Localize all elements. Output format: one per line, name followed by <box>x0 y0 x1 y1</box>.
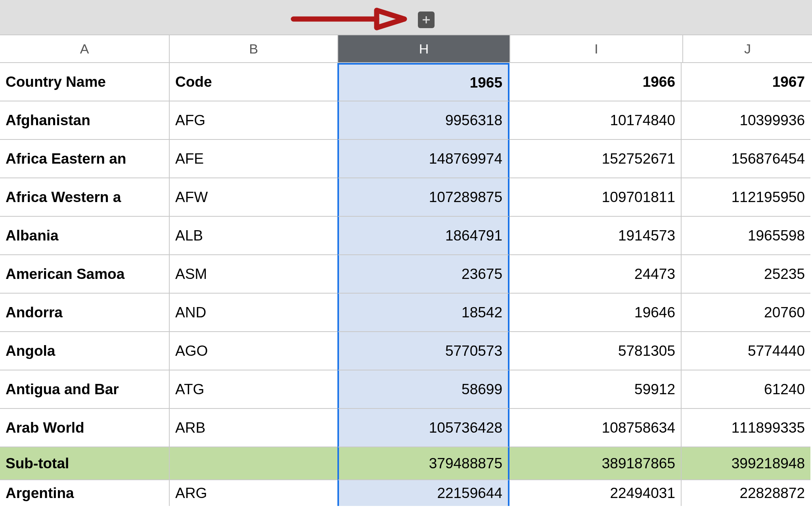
column-header-b[interactable]: B <box>169 35 337 63</box>
header-1966[interactable]: 1966 <box>508 63 681 101</box>
cell-1966[interactable]: 59912 <box>508 370 681 409</box>
cell-country[interactable]: Argentina <box>0 480 169 506</box>
plus-icon <box>422 16 430 24</box>
cell-1966[interactable]: 109701811 <box>508 178 681 217</box>
cell-1967[interactable]: 5774440 <box>681 332 810 370</box>
cell-country[interactable]: Africa Western a <box>0 178 169 217</box>
svg-rect-1 <box>423 19 430 21</box>
header-1967[interactable]: 1967 <box>681 63 810 101</box>
table-row: Afghanistan AFG 9956318 10174840 1039993… <box>0 101 812 140</box>
cell-1965[interactable]: 5770573 <box>337 332 509 370</box>
cell-code[interactable]: ASM <box>169 255 337 294</box>
cell-1967[interactable]: 61240 <box>681 370 810 409</box>
expand-group-button[interactable] <box>418 11 435 28</box>
cell-1966[interactable]: 5781305 <box>508 332 681 370</box>
cell-code[interactable]: ALB <box>169 217 337 255</box>
cell-1965[interactable]: 23675 <box>337 255 509 294</box>
cell-1966[interactable]: 1914573 <box>508 217 681 255</box>
cell-1965[interactable]: 58699 <box>337 370 509 409</box>
cell-code[interactable]: AFW <box>169 178 337 217</box>
table-row: American Samoa ASM 23675 24473 25235 <box>0 255 812 294</box>
cell-1967[interactable]: 111899335 <box>681 409 810 447</box>
cell-1967[interactable]: 112195950 <box>681 178 810 217</box>
cell-1966[interactable]: 22494031 <box>508 480 681 506</box>
subtotal-1967[interactable]: 399218948 <box>681 447 810 480</box>
column-header-i[interactable]: I <box>509 35 682 63</box>
subtotal-label[interactable]: Sub-total <box>0 447 169 480</box>
subtotal-1966[interactable]: 389187865 <box>508 447 681 480</box>
cell-country[interactable]: Albania <box>0 217 169 255</box>
cell-1966[interactable]: 152752671 <box>508 140 681 178</box>
cell-country[interactable]: Andorra <box>0 294 169 332</box>
cell-country[interactable]: Afghanistan <box>0 101 169 140</box>
header-1965[interactable]: 1965 <box>337 63 509 101</box>
table-row: Argentina ARG 22159644 22494031 22828872 <box>0 480 812 506</box>
cell-code[interactable]: ARG <box>169 480 337 506</box>
table-row: Albania ALB 1864791 1914573 1965598 <box>0 217 812 255</box>
spreadsheet-view: A B H I J Country Name Code 1965 1966 19… <box>0 0 812 521</box>
cell-1965[interactable]: 148769974 <box>337 140 509 178</box>
table-row: Africa Eastern an AFE 148769974 15275267… <box>0 140 812 178</box>
table-row: Andorra AND 18542 19646 20760 <box>0 294 812 332</box>
subtotal-row: Sub-total 379488875 389187865 399218948 <box>0 447 812 480</box>
cell-1965[interactable]: 1864791 <box>337 217 509 255</box>
cell-1967[interactable]: 22828872 <box>681 480 810 506</box>
column-header-a[interactable]: A <box>0 35 169 63</box>
cell-1965[interactable]: 9956318 <box>337 101 509 140</box>
cell-country[interactable]: American Samoa <box>0 255 169 294</box>
cell-code[interactable]: AFE <box>169 140 337 178</box>
cell-1967[interactable]: 25235 <box>681 255 810 294</box>
column-header-h[interactable]: H <box>337 35 509 63</box>
cell-1967[interactable]: 20760 <box>681 294 810 332</box>
cell-country[interactable]: Africa Eastern an <box>0 140 169 178</box>
group-outline-bar <box>0 0 812 35</box>
cell-1966[interactable]: 108758634 <box>508 409 681 447</box>
header-country[interactable]: Country Name <box>0 63 169 101</box>
cell-code[interactable]: AND <box>169 294 337 332</box>
table-row: Africa Western a AFW 107289875 109701811… <box>0 178 812 217</box>
cell-code[interactable]: ARB <box>169 409 337 447</box>
cell-country[interactable]: Arab World <box>0 409 169 447</box>
cell-1965[interactable]: 18542 <box>337 294 509 332</box>
subtotal-1965[interactable]: 379488875 <box>337 447 509 480</box>
data-grid: Country Name Code 1965 1966 1967 Afghani… <box>0 63 812 506</box>
table-row: Angola AGO 5770573 5781305 5774440 <box>0 332 812 370</box>
cell-1967[interactable]: 1965598 <box>681 217 810 255</box>
table-row: Antigua and Bar ATG 58699 59912 61240 <box>0 370 812 409</box>
cell-code[interactable]: AFG <box>169 101 337 140</box>
table-row: Arab World ARB 105736428 108758634 11189… <box>0 409 812 447</box>
column-header-j[interactable]: J <box>682 35 812 63</box>
arrow-annotation-icon <box>285 3 412 35</box>
cell-1967[interactable]: 156876454 <box>681 140 810 178</box>
column-headers: A B H I J <box>0 35 812 63</box>
cell-1967[interactable]: 10399936 <box>681 101 810 140</box>
cell-1966[interactable]: 10174840 <box>508 101 681 140</box>
cell-1966[interactable]: 19646 <box>508 294 681 332</box>
cell-code[interactable]: AGO <box>169 332 337 370</box>
cell-country[interactable]: Angola <box>0 332 169 370</box>
cell-code[interactable]: ATG <box>169 370 337 409</box>
header-code[interactable]: Code <box>169 63 337 101</box>
cell-1965[interactable]: 107289875 <box>337 178 509 217</box>
cell-country[interactable]: Antigua and Bar <box>0 370 169 409</box>
subtotal-code[interactable] <box>169 447 337 480</box>
cell-1966[interactable]: 24473 <box>508 255 681 294</box>
cell-1965[interactable]: 105736428 <box>337 409 509 447</box>
cell-1965[interactable]: 22159644 <box>337 480 509 506</box>
table-header-row: Country Name Code 1965 1966 1967 <box>0 63 812 101</box>
